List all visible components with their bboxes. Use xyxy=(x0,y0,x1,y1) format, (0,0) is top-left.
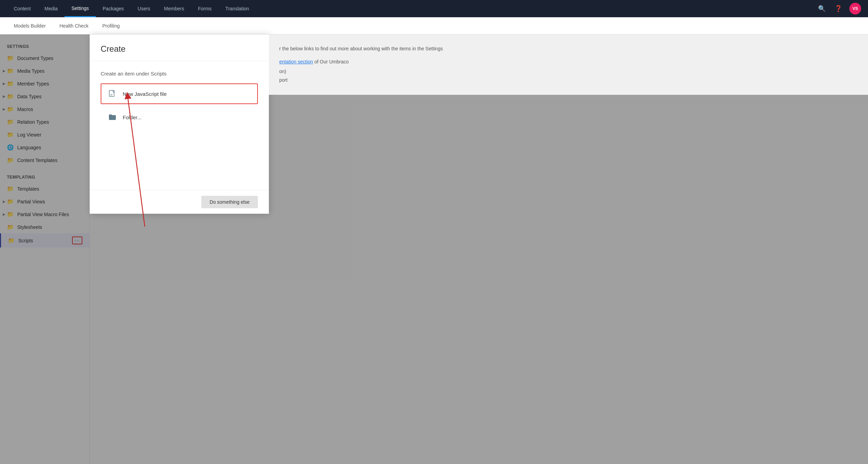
top-nav-right: 🔍 ❓ VS xyxy=(816,3,861,14)
do-something-else-button[interactable]: Do something else xyxy=(201,196,258,208)
nav-settings[interactable]: Settings xyxy=(64,0,96,17)
nav-users[interactable]: Users xyxy=(131,0,157,17)
content-text-2: on) xyxy=(279,68,858,76)
nav-models-builder[interactable]: Models Builder xyxy=(7,17,53,34)
nav-content[interactable]: Content xyxy=(7,0,38,17)
nav-members[interactable]: Members xyxy=(157,0,191,17)
modal-body: Create an item under Scripts JS New Java… xyxy=(90,61,269,190)
nav-profiling[interactable]: Profiling xyxy=(95,17,127,34)
modal-subtitle: Create an item under Scripts xyxy=(101,71,258,77)
nav-packages[interactable]: Packages xyxy=(96,0,131,17)
nav-forms[interactable]: Forms xyxy=(191,0,219,17)
modal-footer: Do something else xyxy=(90,190,269,214)
svg-text:JS: JS xyxy=(110,94,112,96)
main-layout: Settings 📁 Document Types ▶ 📁 Media Type… xyxy=(0,34,868,464)
user-avatar[interactable]: VS xyxy=(849,3,861,14)
secondary-nav: Models Builder Health Check Profiling xyxy=(0,17,868,34)
nav-translation[interactable]: Translation xyxy=(219,0,256,17)
nav-media[interactable]: Media xyxy=(38,0,64,17)
create-modal: Create Create an item under Scripts JS N… xyxy=(90,34,269,214)
folder-create-icon xyxy=(107,112,118,123)
main-content-area: r the below links to find out more about… xyxy=(269,34,868,95)
option-folder[interactable]: Folder... xyxy=(101,107,258,128)
modal-overlay: Create Create an item under Scripts JS N… xyxy=(0,34,868,464)
modal-title: Create xyxy=(90,34,269,61)
content-text-3: port xyxy=(279,76,858,84)
content-inner: r the below links to find out more about… xyxy=(269,34,868,95)
top-nav-items: Content Media Settings Packages Users Me… xyxy=(7,0,816,17)
content-text-1: r the below links to find out more about… xyxy=(279,45,858,53)
option-label: Folder... xyxy=(123,114,141,120)
content-link-line: entation section of Our Umbraco xyxy=(279,58,858,66)
search-icon[interactable]: 🔍 xyxy=(816,3,827,14)
help-icon[interactable]: ❓ xyxy=(833,3,844,14)
top-nav: Content Media Settings Packages Users Me… xyxy=(0,0,868,17)
option-new-js-file[interactable]: JS New JavaScript file xyxy=(101,83,258,104)
documentation-link[interactable]: entation section xyxy=(279,59,313,64)
nav-health-check[interactable]: Health Check xyxy=(53,17,95,34)
js-file-icon: JS xyxy=(107,88,118,99)
option-label: New JavaScript file xyxy=(123,91,167,97)
